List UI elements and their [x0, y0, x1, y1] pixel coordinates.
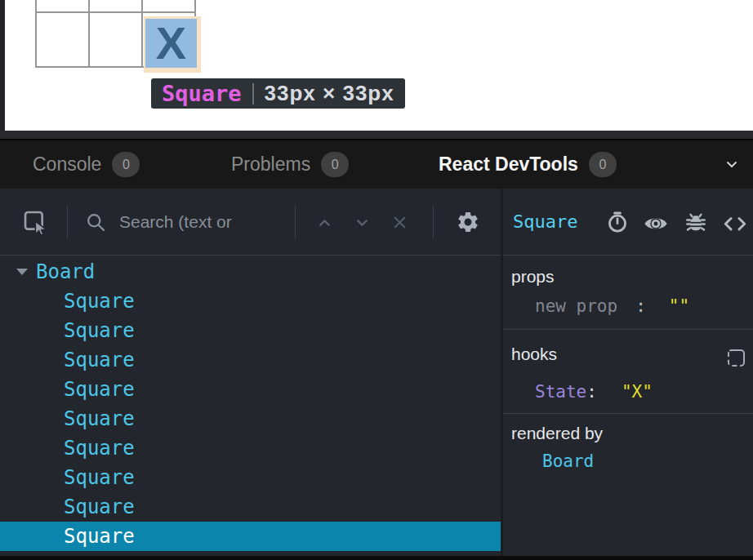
hook-name: State — [535, 382, 586, 402]
prev-match-icon[interactable] — [314, 212, 335, 233]
window-bottom-edge — [0, 556, 753, 560]
settings-gear-icon[interactable] — [456, 210, 480, 234]
react-devtools-main: Board Square Square Square Square Square… — [0, 256, 753, 556]
inspect-highlight-content[interactable]: X — [145, 19, 197, 68]
board-square[interactable] — [37, 13, 88, 66]
tree-row-square[interactable]: Square — [0, 433, 501, 463]
inspected-component-title: Square — [513, 211, 577, 232]
tree-row-square[interactable]: Square — [0, 404, 501, 433]
hook-value[interactable]: "X" — [622, 382, 653, 402]
inspect-tooltip: Square 33px × 33px — [151, 78, 405, 109]
new-prop-value-input[interactable]: "" — [669, 296, 689, 316]
tab-console-badge: 0 — [112, 152, 140, 177]
pane-divider[interactable] — [501, 189, 503, 556]
props-section: props new prop:"" — [503, 256, 753, 330]
tree-row-square[interactable]: Square — [0, 287, 501, 316]
hooks-header: hooks — [511, 344, 745, 364]
component-name: Square — [64, 290, 135, 313]
collapse-drawer-chevron-icon[interactable] — [722, 154, 742, 174]
new-prop-row[interactable]: new prop:"" — [511, 296, 745, 316]
search-icon — [85, 211, 107, 233]
component-name: Board — [36, 260, 95, 283]
tab-react-devtools[interactable]: React DevTools 0 — [439, 140, 617, 189]
colon: : — [586, 382, 597, 402]
expander-triangle-icon[interactable] — [16, 269, 28, 275]
props-header: props — [511, 267, 745, 287]
tree-row-square[interactable]: Square — [0, 345, 501, 375]
component-name: Square — [64, 525, 135, 548]
component-name: Square — [64, 407, 135, 430]
toolbar-divider — [295, 206, 296, 238]
log-bug-icon[interactable] — [684, 210, 708, 234]
component-tree: Board Square Square Square Square Square… — [0, 256, 501, 556]
component-name: Square — [64, 437, 135, 460]
component-name: Square — [64, 378, 135, 401]
component-name: Square — [64, 349, 135, 371]
next-match-icon[interactable] — [352, 212, 372, 233]
tooltip-dimensions: 33px × 33px — [265, 81, 394, 106]
component-name: Square — [64, 496, 135, 518]
square-value: X — [156, 20, 186, 66]
tooltip-divider — [252, 83, 254, 104]
devtools-window: X Square 33px × 33px Console 0 Problems … — [0, 0, 753, 560]
new-prop-key-input[interactable]: new prop — [535, 296, 617, 316]
rendered-by-owner-link[interactable]: Board — [511, 451, 745, 471]
devtools-tab-bar: Console 0 Problems 0 React DevTools 0 — [0, 140, 753, 189]
inspect-highlight-padding: X — [144, 16, 201, 73]
board-square[interactable] — [37, 0, 88, 11]
state-hook-row[interactable]: State:"X" — [511, 382, 745, 402]
clear-search-icon[interactable] — [390, 212, 410, 233]
tab-console[interactable]: Console 0 — [33, 140, 140, 189]
inspect-dom-eye-icon[interactable] — [643, 211, 669, 237]
toolbar-divider — [433, 206, 434, 238]
tab-react-devtools-badge: 0 — [589, 152, 617, 177]
tab-problems-badge: 0 — [321, 152, 349, 177]
hooks-section: hooks State:"X" — [503, 330, 753, 414]
component-details-panel: props new prop:"" hooks State:"X" render… — [503, 256, 753, 556]
tree-row-square-selected[interactable]: Square — [0, 522, 501, 551]
colon: : — [635, 296, 646, 316]
board-square[interactable] — [90, 13, 141, 66]
tree-row-board[interactable]: Board — [0, 257, 501, 287]
tree-row-square[interactable]: Square — [0, 463, 501, 492]
tree-row-square[interactable]: Square — [0, 492, 501, 522]
tab-console-label: Console — [33, 153, 101, 176]
board-square[interactable] — [90, 0, 141, 11]
react-devtools-toolbar: Square — [0, 189, 753, 256]
tree-row-square[interactable]: Square — [0, 316, 501, 345]
window-left-edge — [0, 0, 5, 131]
parse-hooks-icon[interactable] — [728, 349, 745, 367]
page-viewport: X — [0, 0, 753, 131]
suspend-timer-icon[interactable] — [605, 210, 630, 234]
component-name: Square — [64, 466, 135, 489]
toolbar-divider — [67, 206, 68, 238]
drawer-resize-handle[interactable] — [0, 131, 753, 140]
search-input[interactable] — [119, 210, 287, 234]
tab-problems[interactable]: Problems 0 — [231, 140, 349, 189]
inspect-element-icon[interactable] — [22, 209, 48, 235]
tooltip-component-name: Square — [162, 81, 242, 106]
rendered-by-section: rendered by Board — [503, 414, 753, 556]
tab-react-devtools-label: React DevTools — [439, 153, 578, 176]
board-square[interactable] — [143, 0, 194, 11]
component-name: Square — [64, 319, 135, 342]
tab-problems-label: Problems — [231, 153, 310, 176]
tree-row-square[interactable]: Square — [0, 375, 501, 404]
view-source-icon[interactable] — [722, 211, 748, 235]
rendered-by-header: rendered by — [511, 424, 745, 443]
